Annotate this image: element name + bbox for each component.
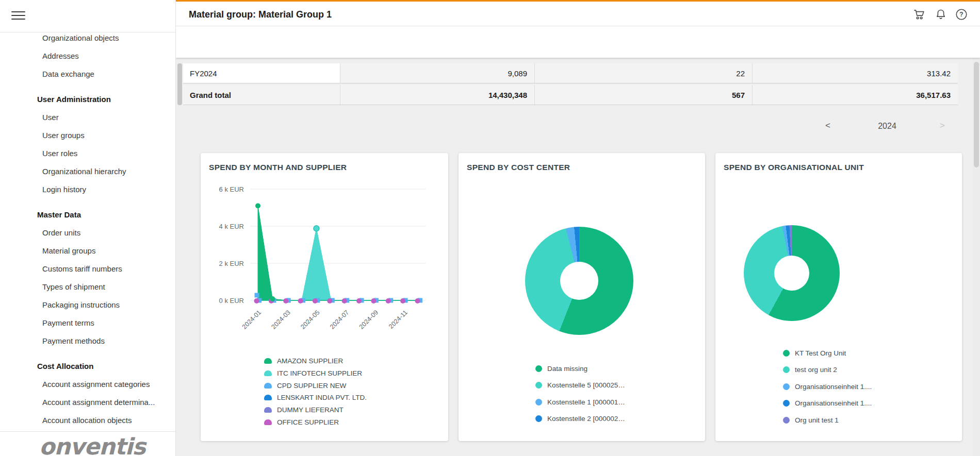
cost-center-legend: Data missingKostenstelle 5 [000025…Koste… <box>535 360 625 427</box>
sidebar-section-cost-allocation: Cost Allocation <box>0 357 175 375</box>
legend-item-dummy-lieferant[interactable]: DUMMY LIEFERANT <box>264 404 367 416</box>
svg-text:2024-03: 2024-03 <box>270 309 292 330</box>
svg-text:2024-11: 2024-11 <box>387 309 409 330</box>
legend-label: OFFICE SUPPLIER <box>277 418 339 426</box>
sidebar-item-account-assignment-determina[interactable]: Account assignment determina... <box>0 393 175 411</box>
legend-label: DUMMY LIEFERANT <box>277 406 344 414</box>
svg-text:2 k EUR: 2 k EUR <box>219 260 244 267</box>
table-cell: 567 <box>535 85 753 105</box>
onventis-logo: onventis <box>39 433 145 456</box>
svg-text:2024-07: 2024-07 <box>329 309 350 330</box>
sidebar-section-user-administration: User Administration <box>0 90 175 108</box>
app-screen: Organizational objectsAddressesData exch… <box>0 0 980 456</box>
sidebar-item-types-of-shipment[interactable]: Types of shipment <box>0 278 175 296</box>
legend-swatch <box>535 415 542 422</box>
spend-by-month-card: SPEND BY MONTH AND SUPPLIER 0 k EUR2 k E… <box>201 153 448 441</box>
legend-item-kt-test-org-unit[interactable]: KT Test Org Unit <box>783 345 872 362</box>
sidebar: Organizational objectsAddressesData exch… <box>0 0 176 456</box>
sidebar-item-payment-methods[interactable]: Payment methods <box>0 332 175 350</box>
notifications-bell-icon[interactable] <box>934 8 948 21</box>
legend-item-amazon-supplier[interactable]: AMAZON SUPPLIER <box>264 355 367 367</box>
legend-swatch <box>783 400 790 407</box>
svg-text:2024-05: 2024-05 <box>299 309 321 330</box>
chart-title: SPEND BY ORGANISATIONAL UNIT <box>724 163 864 172</box>
legend-item-office-supplier[interactable]: OFFICE SUPPLIER <box>264 416 367 428</box>
table-row-label: Grand total <box>183 85 340 105</box>
svg-text:?: ? <box>959 11 963 18</box>
legend-label: Kostenstelle 5 [000025… <box>547 381 625 389</box>
sidebar-section-master-data: Master Data <box>0 206 175 224</box>
sidebar-item-data-exchange[interactable]: Data exchange <box>0 65 175 83</box>
year-selector: < 2024 > <box>823 121 952 134</box>
legend-item-data-missing[interactable]: Data missing <box>535 360 625 377</box>
table-cell: 14,430,348 <box>340 85 535 105</box>
legend-swatch <box>783 417 790 424</box>
legend-item-cpd-supplier-new[interactable]: CPD SUPPLIER NEW <box>264 379 367 392</box>
sidebar-item-payment-terms[interactable]: Payment terms <box>0 314 175 332</box>
chart-title: SPEND BY COST CENTER <box>467 163 570 172</box>
svg-text:0 k EUR: 0 k EUR <box>219 297 244 305</box>
legend-label: Data missing <box>547 365 587 373</box>
svg-text:2024-09: 2024-09 <box>358 309 380 330</box>
sidebar-item-packaging-instructions[interactable]: Packaging instructions <box>0 296 175 314</box>
sidebar-item-user-roles[interactable]: User roles <box>0 144 175 162</box>
table-scrollbar-thumb[interactable] <box>177 63 182 105</box>
legend-item-organisationseinheit-1[interactable]: Organisationseinheit 1.... <box>783 395 872 412</box>
legend-swatch <box>783 366 790 373</box>
legend-label: LENSKART INDIA PVT. LTD. <box>277 394 367 401</box>
table-cell: 313.42 <box>753 63 958 83</box>
sidebar-nav: Organizational objectsAddressesData exch… <box>0 29 175 431</box>
legend-swatch <box>264 358 272 364</box>
spend-by-month-chart: 0 k EUR2 k EUR4 k EUR6 k EUR2024-012024-… <box>201 182 448 342</box>
legend-item-itc-infotech-supplier[interactable]: ITC INFOTECH SUPPLIER <box>264 367 367 380</box>
legend-swatch <box>264 419 272 425</box>
supplier-legend: AMAZON SUPPLIERITC INFOTECH SUPPLIERCPD … <box>264 355 367 428</box>
table-row-label: FY2024 <box>183 63 340 83</box>
page-title: Material group: Material Group 1 <box>189 9 332 20</box>
table-cell: 22 <box>535 63 753 83</box>
sidebar-item-login-history[interactable]: Login history <box>0 180 175 198</box>
cart-icon[interactable] <box>912 8 926 21</box>
sidebar-item-material-groups[interactable]: Material groups <box>0 242 175 260</box>
sidebar-item-account-assignment-categories[interactable]: Account assignment categories <box>0 375 175 393</box>
legend-item-lenskart-india-pvt-ltd[interactable]: LENSKART INDIA PVT. LTD. <box>264 392 367 404</box>
legend-item-organisationseinheit-1[interactable]: Organisationseinheit 1.... <box>783 378 872 395</box>
legend-swatch <box>535 399 542 406</box>
legend-swatch <box>264 370 272 376</box>
legend-item-org-unit-test-1[interactable]: Org unit test 1 <box>783 412 872 429</box>
table-cell: 36,517.63 <box>753 85 958 105</box>
legend-label: test org unit 2 <box>795 366 837 374</box>
table-cell: 9,089 <box>340 63 535 83</box>
legend-swatch <box>264 383 272 389</box>
svg-text:2024-01: 2024-01 <box>241 309 263 330</box>
sidebar-item-customs-tariff-numbers[interactable]: Customs tariff numbers <box>0 260 175 278</box>
titlebar: Material group: Material Group 1 ? <box>176 2 980 26</box>
sidebar-item-addresses[interactable]: Addresses <box>0 47 175 65</box>
page-scrollbar[interactable] <box>973 58 980 456</box>
legend-label: ITC INFOTECH SUPPLIER <box>277 369 362 377</box>
help-icon[interactable]: ? <box>955 8 968 21</box>
cost-center-donut-chart <box>525 227 633 335</box>
legend-swatch <box>264 395 272 400</box>
legend-item-kostenstelle-1-000001[interactable]: Kostenstelle 1 [000001… <box>535 394 625 411</box>
legend-item-test-org-unit-2[interactable]: test org unit 2 <box>783 362 872 379</box>
sidebar-item-order-units[interactable]: Order units <box>0 224 175 242</box>
chart-title: SPEND BY MONTH AND SUPPLIER <box>209 163 347 172</box>
sidebar-item-user[interactable]: User <box>0 108 175 126</box>
table-row-grand-total: Grand total 14,430,348 567 36,517.63 <box>183 85 958 105</box>
legend-item-kostenstelle-2-000002[interactable]: Kostenstelle 2 [000002… <box>535 411 625 428</box>
year-label: 2024 <box>854 122 921 131</box>
legend-label: Organisationseinheit 1.... <box>795 383 872 391</box>
sidebar-item-organizational-hierarchy[interactable]: Organizational hierarchy <box>0 162 175 180</box>
sidebar-item-organizational-objects[interactable]: Organizational objects <box>0 29 175 47</box>
menu-icon[interactable] <box>11 11 25 20</box>
table-row-fy2024: FY2024 9,089 22 313.42 <box>183 63 958 83</box>
chevron-right-icon[interactable]: > <box>937 121 948 131</box>
sidebar-item-account-allocation-objects[interactable]: Account allocation objects <box>0 411 175 429</box>
toolbar <box>176 26 980 58</box>
legend-label: Org unit test 1 <box>795 416 839 424</box>
page-scrollbar-thumb[interactable] <box>974 62 979 167</box>
chevron-left-icon[interactable]: < <box>823 121 833 131</box>
sidebar-item-user-groups[interactable]: User groups <box>0 126 175 144</box>
legend-item-kostenstelle-5-000025[interactable]: Kostenstelle 5 [000025… <box>535 377 625 394</box>
